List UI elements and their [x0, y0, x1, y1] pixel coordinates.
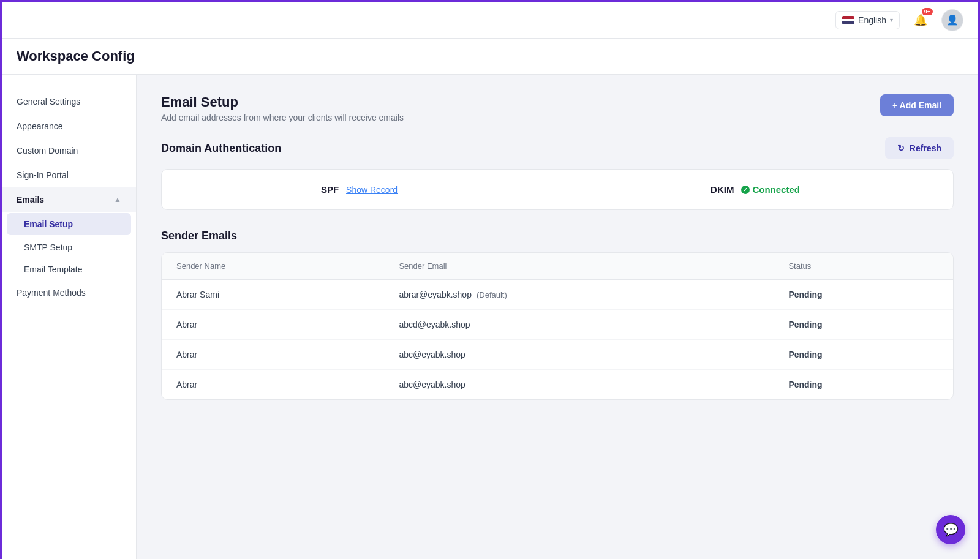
cell-sender-email: abrar@eyabk.shop(Default) [384, 280, 774, 310]
sidebar-label-emails: Emails [17, 195, 44, 204]
cell-sender-email: abc@eyabk.shop [384, 370, 774, 400]
dkim-label: DKIM [710, 184, 734, 195]
sidebar-item-custom-domain[interactable]: Custom Domain [2, 138, 136, 163]
sidebar-label-smtp-setup: SMTP Setup [24, 242, 72, 252]
sidebar-item-appearance[interactable]: Appearance [2, 114, 136, 138]
main-content: Email Setup Add email addresses from whe… [137, 75, 978, 559]
sidebar-label-sign-in-portal: Sign-In Portal [17, 170, 69, 180]
sidebar-label-payment-methods: Payment Methods [17, 288, 86, 298]
table-row: Abrar Samiabrar@eyabk.shop(Default)Pendi… [162, 280, 953, 310]
main-layout: General Settings Appearance Custom Domai… [2, 75, 978, 559]
cell-sender-name: Abrar [162, 370, 384, 400]
cell-sender-email: abc@eyabk.shop [384, 340, 774, 370]
sidebar-label-custom-domain: Custom Domain [17, 146, 78, 156]
cell-sender-name: Abrar [162, 310, 384, 340]
table-header-row: Sender Name Sender Email Status [162, 253, 953, 280]
sender-emails-title: Sender Emails [161, 230, 954, 242]
notification-badge: 9+ [922, 8, 933, 15]
sidebar-item-sign-in-portal[interactable]: Sign-In Portal [2, 163, 136, 187]
refresh-label: Refresh [910, 143, 941, 153]
default-badge: (Default) [477, 290, 507, 299]
avatar[interactable]: 👤 [941, 9, 963, 31]
chat-widget[interactable]: 💬 [936, 515, 965, 544]
cell-status: Pending [774, 280, 953, 310]
sidebar-label-appearance: Appearance [17, 121, 63, 131]
sidebar-item-general-settings[interactable]: General Settings [2, 89, 136, 114]
topbar-right: English ▾ 🔔 9+ 👤 [835, 9, 963, 31]
section-header: Email Setup Add email addresses from whe… [161, 94, 954, 122]
dkim-status: Connected [741, 184, 800, 195]
language-label: English [858, 15, 886, 25]
sender-emails-table-container: Sender Name Sender Email Status Abrar Sa… [161, 252, 954, 400]
show-record-link[interactable]: Show Record [346, 185, 398, 195]
table-row: Abrarabc@eyabk.shopPending [162, 370, 953, 400]
dkim-card: DKIM Connected [557, 170, 953, 209]
col-header-sender-email: Sender Email [384, 253, 774, 280]
spf-card: SPF Show Record [162, 170, 557, 209]
add-email-button[interactable]: + Add Email [880, 94, 954, 116]
refresh-icon: ↻ [897, 143, 905, 153]
chevron-up-icon: ▲ [114, 195, 121, 204]
sidebar-item-smtp-setup[interactable]: SMTP Setup [2, 236, 136, 258]
sidebar-label-email-setup: Email Setup [24, 219, 73, 229]
cell-status: Pending [774, 340, 953, 370]
page-title-bar: Workspace Config [2, 39, 978, 75]
sidebar: General Settings Appearance Custom Domai… [2, 75, 137, 559]
sidebar-item-emails[interactable]: Emails ▲ [2, 187, 136, 212]
refresh-button[interactable]: ↻ Refresh [885, 137, 954, 159]
table-row: Abrarabc@eyabk.shopPending [162, 340, 953, 370]
chat-icon: 💬 [943, 522, 959, 537]
sidebar-item-payment-methods[interactable]: Payment Methods [2, 280, 136, 305]
table-row: Abrarabcd@eyabk.shopPending [162, 310, 953, 340]
spf-label: SPF [321, 184, 339, 195]
col-header-status: Status [774, 253, 953, 280]
flag-icon [842, 16, 854, 24]
language-selector[interactable]: English ▾ [835, 11, 900, 29]
section-subtitle: Add email addresses from where your clie… [161, 113, 404, 122]
cell-status: Pending [774, 370, 953, 400]
chevron-down-icon: ▾ [890, 17, 893, 23]
cell-sender-email: abcd@eyabk.shop [384, 310, 774, 340]
cell-sender-name: Abrar Sami [162, 280, 384, 310]
notification-button[interactable]: 🔔 9+ [910, 9, 932, 31]
table-body: Abrar Samiabrar@eyabk.shop(Default)Pendi… [162, 280, 953, 400]
col-header-sender-name: Sender Name [162, 253, 384, 280]
domain-auth-header: Domain Authentication ↻ Refresh [161, 137, 954, 159]
cell-sender-name: Abrar [162, 340, 384, 370]
cell-status: Pending [774, 310, 953, 340]
topbar: English ▾ 🔔 9+ 👤 [2, 2, 978, 39]
dkim-status-text: Connected [752, 184, 800, 195]
sidebar-item-email-template[interactable]: Email Template [2, 258, 136, 280]
bell-icon: 🔔 [914, 13, 927, 27]
sender-emails-table: Sender Name Sender Email Status Abrar Sa… [162, 253, 953, 399]
sidebar-item-email-setup[interactable]: Email Setup [7, 213, 131, 235]
section-title-group: Email Setup Add email addresses from whe… [161, 94, 404, 122]
avatar-icon: 👤 [946, 14, 959, 26]
sidebar-label-general-settings: General Settings [17, 97, 80, 107]
section-title: Email Setup [161, 94, 404, 110]
page-title: Workspace Config [17, 48, 963, 64]
domain-auth-title: Domain Authentication [161, 142, 281, 155]
connected-dot-icon [741, 186, 750, 194]
domain-cards: SPF Show Record DKIM Connected [161, 169, 954, 210]
sidebar-label-email-template: Email Template [24, 264, 82, 274]
table-header: Sender Name Sender Email Status [162, 253, 953, 280]
